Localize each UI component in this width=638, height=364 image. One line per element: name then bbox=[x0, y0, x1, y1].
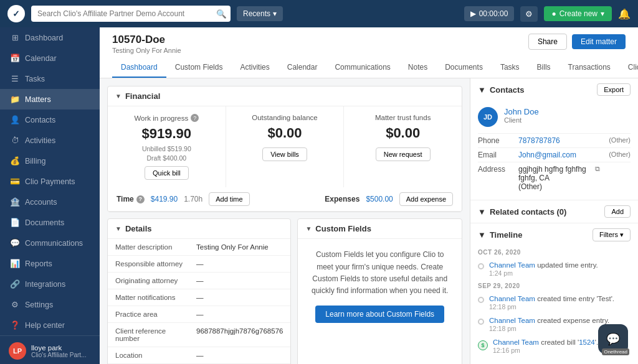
wip-cell: Work in progress ? $919.90 Unbilled $519… bbox=[108, 106, 226, 187]
tab-custom-fields[interactable]: Custom Fields bbox=[166, 58, 232, 78]
sidebar-item-tasks[interactable]: ☰Tasks bbox=[0, 68, 100, 89]
timeline-actor-link[interactable]: Channel Team bbox=[493, 338, 539, 346]
timeline-date-0: OCT 26, 2020 bbox=[470, 246, 638, 258]
tab-clio-connect[interactable]: Clio Connect bbox=[619, 58, 638, 78]
address-value: ggjhgjh hgfhg fghfhg fghfg, CA (Other) bbox=[518, 165, 586, 191]
add-time-button[interactable]: Add time bbox=[209, 192, 249, 206]
contact-card: JD John Doe Client bbox=[470, 101, 638, 133]
recents-button[interactable]: Recents ▾ bbox=[237, 6, 283, 21]
add-related-contact-button[interactable]: Add bbox=[604, 205, 631, 218]
contact-role: Client bbox=[504, 116, 539, 124]
email-link[interactable]: John@gmail.com bbox=[518, 151, 602, 159]
chat-widget[interactable]: 💬 Onethread bbox=[598, 324, 628, 354]
share-button[interactable]: Share bbox=[528, 34, 567, 50]
notifications-button[interactable]: 🔔 bbox=[618, 8, 631, 20]
detail-label: Responsible attorney bbox=[115, 260, 196, 268]
sidebar-label: Documents bbox=[25, 218, 64, 227]
detail-label: Practice area bbox=[115, 310, 196, 318]
sidebar-label: Accounts bbox=[25, 198, 57, 207]
view-bills-button[interactable]: View bills bbox=[262, 147, 307, 161]
main-content: 10570-Doe Testing Only For Annie Share E… bbox=[100, 27, 638, 364]
tab-tasks[interactable]: Tasks bbox=[492, 58, 528, 78]
email-row: Email John@gmail.com (Other) bbox=[478, 147, 631, 162]
detail-label: Matter notifications bbox=[115, 294, 196, 301]
timeline-bill-link[interactable]: 1524 bbox=[579, 338, 595, 346]
columns: ▼ Financial Work in progress ? $919.90 U… bbox=[100, 78, 638, 364]
create-new-button[interactable]: ● Create new ▾ bbox=[544, 6, 612, 21]
timeline-action-text: updated time entry. bbox=[535, 261, 598, 269]
learn-custom-fields-button[interactable]: Learn more about Custom Fields bbox=[315, 306, 444, 323]
tab-documents[interactable]: Documents bbox=[436, 58, 492, 78]
tab-calendar[interactable]: Calendar bbox=[279, 58, 326, 78]
timeline-arrow: ▼ bbox=[478, 230, 486, 240]
sidebar-item-billing[interactable]: 💰Billing bbox=[0, 151, 100, 171]
top-nav: ✓ 🔍 Recents ▾ ▶ 00:00:00 ⚙ ● Create new … bbox=[0, 0, 638, 27]
tab-activities[interactable]: Activities bbox=[231, 58, 278, 78]
sidebar-item-matters[interactable]: 📁Matters bbox=[0, 89, 100, 110]
timeline-filters-button[interactable]: Filters ▾ bbox=[593, 228, 631, 241]
detail-row-6: Location— bbox=[108, 347, 290, 364]
edit-matter-button[interactable]: Edit matter bbox=[572, 34, 626, 49]
sidebar-item-accounts[interactable]: 🏦Accounts bbox=[0, 192, 100, 212]
tab-communications[interactable]: Communications bbox=[326, 58, 399, 78]
sidebar-item-clio-payments[interactable]: 💳Clio Payments bbox=[0, 171, 100, 192]
expenses-label: Expenses bbox=[325, 195, 359, 203]
details-header: ▼ Details bbox=[108, 219, 290, 239]
tab-dashboard[interactable]: Dashboard bbox=[112, 58, 166, 78]
timeline-title: ▼ Timeline bbox=[478, 230, 522, 240]
sidebar-item-dashboard[interactable]: ⊞Dashboard bbox=[0, 27, 100, 48]
timeline-actor-link[interactable]: Channel Team bbox=[489, 317, 535, 324]
search-input[interactable] bbox=[31, 6, 231, 22]
new-request-button[interactable]: New request bbox=[376, 147, 431, 161]
sidebar-item-contacts[interactable]: 👤Contacts bbox=[0, 110, 100, 130]
wip-info-icon[interactable]: ? bbox=[191, 114, 199, 122]
sidebar-item-integrations[interactable]: 🔗Integrations bbox=[0, 274, 100, 294]
user-info: lloye park Clio's Affiliate Part... bbox=[31, 344, 86, 358]
detail-label: Client reference number bbox=[115, 327, 196, 342]
timeline-actor-link[interactable]: Channel Team bbox=[489, 261, 535, 269]
copy-address-icon[interactable]: ⧉ bbox=[595, 165, 600, 191]
tabs: DashboardCustom FieldsActivitiesCalendar… bbox=[112, 58, 626, 78]
sidebar-label: Integrations bbox=[25, 280, 65, 289]
phone-link[interactable]: 7878787876 bbox=[518, 136, 602, 145]
timeline-action-text: created time entry 'Test'. bbox=[535, 295, 614, 302]
search-button[interactable]: 🔍 bbox=[216, 9, 227, 19]
sidebar-label: Reports bbox=[25, 259, 52, 268]
tab-transactions[interactable]: Transactions bbox=[559, 58, 619, 78]
time-info-icon[interactable]: ? bbox=[136, 195, 145, 203]
sidebar-icon: 📅 bbox=[10, 54, 20, 63]
timeline-actor-link[interactable]: Channel Team bbox=[489, 295, 535, 302]
sidebar-item-reports[interactable]: 📊Reports bbox=[0, 253, 100, 274]
details-card: ▼ Details Matter descriptionTesting Only… bbox=[107, 218, 291, 364]
sidebar-label: Matters bbox=[25, 95, 51, 104]
related-contacts-label: Related contacts (0) bbox=[490, 207, 567, 217]
timeline-text: Channel Team created time entry 'Test'. bbox=[489, 295, 631, 302]
timeline-content: Channel Team updated time entry.1:24 pm bbox=[489, 261, 631, 277]
sidebar-item-settings[interactable]: ⚙Settings bbox=[0, 294, 100, 315]
sidebar-item-calendar[interactable]: 📅Calendar bbox=[0, 48, 100, 68]
custom-fields-content: Custom Fields let you configure Clio to … bbox=[298, 239, 462, 333]
quick-bill-button[interactable]: Quick bill bbox=[145, 166, 189, 180]
custom-fields-description: Custom Fields let you configure Clio to … bbox=[308, 249, 452, 297]
sidebar-item-communications[interactable]: 💬Communications bbox=[0, 233, 100, 253]
outstanding-label: Outstanding balance bbox=[235, 114, 335, 121]
timeline-content: Channel Team created time entry 'Test'.1… bbox=[489, 295, 631, 310]
trust-cell: Matter trust funds $0.00 New request bbox=[344, 106, 462, 187]
sidebar-item-activities[interactable]: ⏱Activities bbox=[0, 130, 100, 151]
detail-label: Matter description bbox=[115, 243, 196, 251]
main-layout: ⊞Dashboard📅Calendar☰Tasks📁Matters👤Contac… bbox=[0, 27, 638, 364]
sidebar-icon: 📊 bbox=[10, 259, 20, 268]
add-expense-button[interactable]: Add expense bbox=[399, 192, 453, 206]
sidebar-item-help-center[interactable]: ❓Help center bbox=[0, 315, 100, 335]
contact-name[interactable]: John Doe bbox=[504, 107, 539, 116]
tab-notes[interactable]: Notes bbox=[399, 58, 436, 78]
tab-bills[interactable]: Bills bbox=[528, 58, 559, 78]
nav-right: ▶ 00:00:00 ⚙ ● Create new ▾ 🔔 bbox=[464, 6, 631, 22]
export-button[interactable]: Export bbox=[597, 83, 631, 96]
sidebar: ⊞Dashboard📅Calendar☰Tasks📁Matters👤Contac… bbox=[0, 27, 100, 364]
contacts-section: ▼ Contacts Export JD John Doe Client bbox=[470, 78, 638, 200]
timer-button[interactable]: ▶ 00:00:00 bbox=[464, 6, 515, 21]
sidebar-item-documents[interactable]: 📄Documents bbox=[0, 212, 100, 233]
timer-settings-button[interactable]: ⚙ bbox=[520, 6, 538, 22]
sidebar-label: Activities bbox=[25, 136, 55, 145]
